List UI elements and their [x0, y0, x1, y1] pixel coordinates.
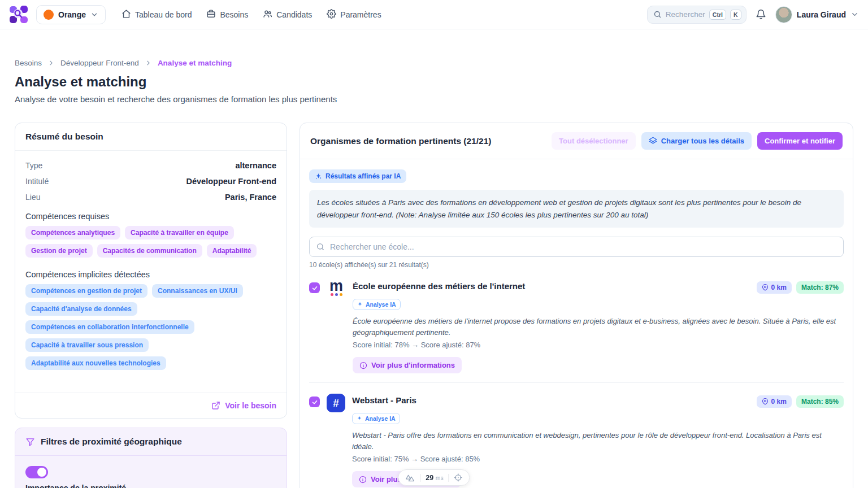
- field-label: Intitulé: [25, 177, 49, 186]
- school-checkbox[interactable]: [309, 282, 320, 293]
- mountains-icon[interactable]: [405, 474, 415, 482]
- skill-tag: Capacité d'analyse de données: [25, 302, 137, 316]
- skill-tag: Compétences en gestion de projet: [25, 284, 147, 298]
- more-info-button[interactable]: Voir plus d'informations: [353, 357, 462, 373]
- ai-summary-text: Les écoles situées à Paris avec des form…: [309, 190, 844, 228]
- deselect-all-button[interactable]: Tout désélectionner: [552, 132, 636, 150]
- funnel-icon: [25, 437, 35, 447]
- nav-label: Paramètres: [340, 10, 381, 19]
- match-badge: Match: 85%: [796, 395, 844, 408]
- result-count: 10 école(s) affichée(s) sur 21 résultat(…: [309, 261, 844, 269]
- school-scores: Score initial: 75% → Score ajusté: 85%: [352, 455, 844, 463]
- field-label: Lieu: [25, 193, 40, 202]
- implicit-skills-tags: Compétences en gestion de projet Connais…: [25, 284, 276, 370]
- info-icon: [359, 476, 367, 483]
- school-search-input[interactable]: [330, 242, 837, 251]
- confirm-notify-button[interactable]: Confirmer et notifier: [757, 132, 843, 150]
- school-search[interactable]: [309, 237, 844, 257]
- required-skills-tags: Compétences analytiques Capacité à trava…: [25, 226, 276, 258]
- required-skills-title: Compétences requises: [25, 212, 276, 221]
- divider: [420, 474, 420, 482]
- user-menu[interactable]: Laura Giraud: [775, 6, 859, 23]
- skill-tag: Capacités de communication: [97, 244, 202, 258]
- skill-tag: Adaptabilité: [207, 244, 257, 258]
- filters-title: Filtres de proximité géographique: [41, 437, 182, 447]
- field-value: Paris, France: [225, 193, 276, 202]
- skill-tag: Adaptabilité aux nouvelles technologies: [25, 356, 166, 370]
- perf-toolbar[interactable]: 29 ms: [398, 469, 470, 486]
- global-search-input[interactable]: [666, 10, 705, 19]
- proximity-toggle[interactable]: [25, 466, 48, 478]
- latency-readout: 29 ms: [426, 474, 443, 482]
- check-icon: [311, 399, 318, 406]
- nav-item-besoins[interactable]: Besoins: [206, 9, 248, 20]
- chevron-down-icon: [90, 11, 98, 19]
- nav-item-parametres[interactable]: Paramètres: [327, 9, 381, 20]
- navbar-right: Ctrl K Laura Giraud: [647, 6, 859, 24]
- nav-item-dashboard[interactable]: Tableau de bord: [121, 9, 192, 20]
- field-type: Type alternance: [25, 161, 276, 170]
- breadcrumb: Besoins Développeur Front-end Analyse et…: [15, 59, 853, 67]
- load-all-details-label: Charger tous les détails: [661, 137, 744, 145]
- orange-brand-icon: [44, 10, 54, 20]
- skill-tag: Compétences en collaboration interfoncti…: [25, 320, 194, 334]
- school-row-webstart: # Webstart - Paris 0 km Match: 85%: [309, 383, 844, 488]
- chevron-right-icon: [145, 59, 152, 67]
- org-selector[interactable]: Orange: [36, 5, 106, 24]
- summary-card: Résumé du besoin Type alternance Intitul…: [15, 123, 287, 419]
- skill-tag: Compétences analytiques: [25, 226, 120, 239]
- skill-tag: Capacité à travailler sous pression: [25, 338, 149, 352]
- user-name: Laura Giraud: [797, 10, 846, 19]
- results-title: Organismes de formation pertinents (21/2…: [310, 136, 491, 146]
- distance-badge: 0 km: [757, 281, 792, 294]
- breadcrumb-current: Analyse et matching: [158, 59, 232, 67]
- divider: [449, 474, 449, 482]
- school-row-eemi: m École européenne des métiers de l'inte…: [309, 269, 844, 383]
- top-navbar: Orange Tableau de bord Besoins Candidats…: [0, 0, 868, 29]
- users-icon: [263, 9, 272, 20]
- nav-label: Besoins: [220, 10, 248, 19]
- notifications-bell-icon[interactable]: [756, 9, 766, 20]
- search-icon: [316, 242, 325, 251]
- page-title: Analyse et matching: [15, 74, 853, 90]
- global-search[interactable]: Ctrl K: [647, 6, 747, 24]
- summary-card-title: Résumé du besoin: [15, 123, 287, 151]
- distance-badge: 0 km: [757, 395, 792, 408]
- kbd-k: K: [730, 10, 741, 20]
- map-pin-icon: [762, 284, 769, 291]
- kbd-ctrl: Ctrl: [709, 10, 726, 20]
- breadcrumb-besoins[interactable]: Besoins: [15, 59, 42, 67]
- search-icon: [653, 10, 662, 19]
- results-card: Organismes de formation pertinents (21/2…: [300, 123, 853, 488]
- school-logo-eemi: m: [327, 280, 346, 373]
- layers-icon: [649, 137, 657, 145]
- breadcrumb-besoin[interactable]: Développeur Front-end: [60, 59, 139, 67]
- chevron-right-icon: [47, 59, 55, 67]
- school-scores: Score initial: 78% → Score ajusté: 87%: [353, 341, 844, 349]
- org-selector-label: Orange: [58, 10, 86, 19]
- nav-item-candidats[interactable]: Candidats: [263, 9, 312, 20]
- load-all-details-button[interactable]: Charger tous les détails: [641, 132, 752, 150]
- nav-label: Tableau de bord: [135, 10, 192, 19]
- proximity-filters-card: Filtres de proximité géographique Import…: [15, 428, 287, 488]
- info-icon: [359, 361, 367, 369]
- map-pin-icon: [762, 398, 769, 405]
- app-logo-icon[interactable]: [9, 5, 28, 24]
- field-intitule: Intitulé Développeur Front-end: [25, 177, 276, 186]
- school-description: École européenne des métiers de l'intern…: [353, 316, 844, 338]
- sparkle-icon: [315, 173, 322, 180]
- sparkle-icon: [357, 416, 362, 421]
- nav-label: Candidats: [276, 10, 312, 19]
- view-need-link[interactable]: Voir le besoin: [211, 401, 276, 410]
- field-value: Développeur Front-end: [186, 177, 276, 186]
- school-checkbox[interactable]: [309, 396, 320, 407]
- ai-refined-label: Résultats affinés par IA: [326, 172, 401, 180]
- external-link-icon: [211, 401, 220, 410]
- crosshair-icon[interactable]: [454, 473, 463, 482]
- page-subtitle: Analyse de votre besoin et recherche des…: [15, 94, 853, 104]
- chevron-down-icon: [850, 10, 859, 19]
- match-badge: Match: 87%: [796, 281, 844, 294]
- field-value: alternance: [235, 161, 276, 170]
- field-lieu: Lieu Paris, France: [25, 193, 276, 202]
- school-logo-webstart: #: [327, 394, 345, 412]
